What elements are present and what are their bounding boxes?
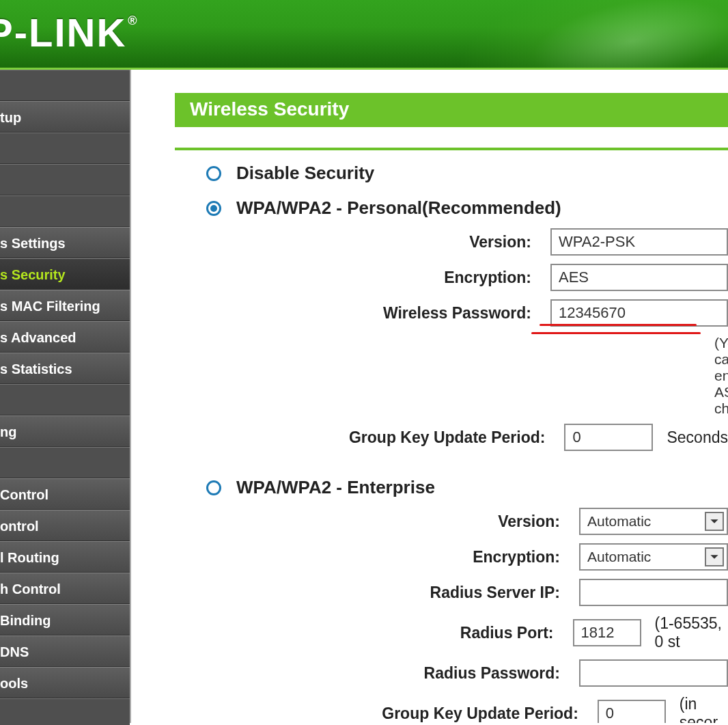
hint-radius-port: (1-65535, 0 st bbox=[655, 614, 729, 651]
brand-text: P-LINK bbox=[0, 10, 126, 55]
label-ent-encryption: Encryption: bbox=[175, 548, 579, 566]
sidebar-item-blank bbox=[0, 447, 130, 478]
sidebar-item[interactable]: ontrol bbox=[0, 510, 130, 541]
sidebar-item[interactable]: ools bbox=[0, 667, 130, 698]
sidebar-item[interactable]: DNS bbox=[0, 635, 130, 667]
hint-ent-group-key: (in secor bbox=[680, 695, 728, 723]
radio-wpa-personal[interactable] bbox=[206, 201, 221, 216]
label-group-key: Group Key Update Period: bbox=[175, 428, 564, 447]
main-content: Wireless Security Disable Security WPA/W… bbox=[131, 70, 728, 723]
sidebar-item[interactable]: Binding bbox=[0, 604, 130, 635]
input-version[interactable] bbox=[550, 228, 728, 256]
sidebar-item[interactable]: s MAC Filtering bbox=[0, 290, 130, 321]
input-radius-password[interactable] bbox=[579, 659, 728, 687]
input-wireless-password[interactable] bbox=[550, 299, 728, 327]
page-title: Wireless Security bbox=[175, 93, 728, 127]
label-ent-group-key: Group Key Update Period: bbox=[175, 705, 598, 723]
label-wireless-password: Wireless Password: bbox=[175, 304, 550, 323]
sidebar-item[interactable]: ng bbox=[0, 415, 130, 447]
sidebar-item[interactable]: Control bbox=[0, 478, 130, 510]
option-wpa-personal-label: WPA/WPA2 - Personal(Recommended) bbox=[236, 197, 561, 219]
sidebar-item-blank bbox=[0, 384, 130, 415]
option-wpa-enterprise-label: WPA/WPA2 - Enterprise bbox=[236, 477, 435, 498]
label-seconds: Seconds bbox=[667, 428, 728, 447]
sidebar-item-active[interactable]: s Security bbox=[0, 258, 130, 290]
select-ent-encryption[interactable]: Automatic bbox=[579, 543, 728, 571]
input-radius-ip[interactable] bbox=[579, 579, 728, 606]
app-header: P-LINK® bbox=[0, 0, 728, 70]
sidebar-item[interactable]: h Control bbox=[0, 573, 130, 604]
option-wpa-personal[interactable]: WPA/WPA2 - Personal(Recommended) bbox=[206, 197, 728, 219]
brand-logo: P-LINK® bbox=[0, 10, 137, 55]
select-ent-version-value: Automatic bbox=[587, 513, 651, 530]
sidebar-item[interactable]: l Routing bbox=[0, 541, 130, 573]
sidebar-item[interactable]: s Advanced bbox=[0, 321, 130, 353]
chevron-down-icon bbox=[705, 512, 724, 531]
sidebar-item-blank bbox=[0, 698, 130, 725]
sidebar-item-blank bbox=[0, 70, 130, 101]
sidebar-item[interactable]: s Settings bbox=[0, 227, 130, 258]
sidebar-item[interactable]: s Statistics bbox=[0, 353, 130, 384]
label-radius-ip: Radius Server IP: bbox=[175, 584, 579, 602]
hint-password: (You can enter ASCII ch bbox=[714, 335, 728, 417]
select-ent-version[interactable]: Automatic bbox=[579, 508, 728, 535]
label-radius-port: Radius Port: bbox=[175, 624, 573, 642]
option-disable-label: Disable Security bbox=[236, 163, 374, 184]
input-radius-port[interactable] bbox=[573, 619, 641, 646]
sidebar-nav: tup s Settingss Securitys MAC Filterings… bbox=[0, 70, 131, 723]
input-ent-group-key[interactable] bbox=[598, 700, 666, 723]
label-ent-version: Version: bbox=[175, 512, 579, 531]
sidebar-item[interactable]: tup bbox=[0, 101, 130, 133]
option-disable-security[interactable]: Disable Security bbox=[206, 163, 728, 184]
chevron-down-icon bbox=[705, 547, 724, 566]
label-version: Version: bbox=[175, 233, 550, 251]
registered-mark: ® bbox=[128, 14, 138, 27]
sidebar-item-blank bbox=[0, 195, 130, 227]
input-encryption[interactable] bbox=[550, 264, 728, 291]
radio-disable[interactable] bbox=[206, 166, 221, 181]
radio-wpa-enterprise[interactable] bbox=[206, 480, 221, 495]
option-wpa-enterprise[interactable]: WPA/WPA2 - Enterprise bbox=[206, 477, 728, 498]
label-radius-password: Radius Password: bbox=[175, 664, 579, 683]
select-ent-encryption-value: Automatic bbox=[587, 549, 651, 565]
input-group-key[interactable] bbox=[564, 424, 653, 451]
label-encryption: Encryption: bbox=[175, 269, 550, 287]
sidebar-item-blank bbox=[0, 164, 130, 195]
sidebar-item-blank bbox=[0, 133, 130, 164]
divider bbox=[175, 148, 728, 150]
